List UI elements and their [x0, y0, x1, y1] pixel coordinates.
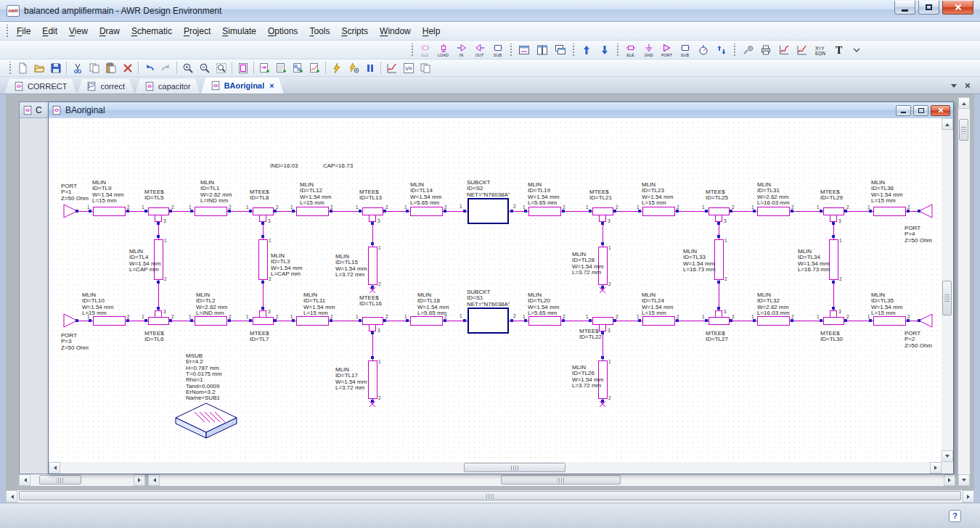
measurements-button[interactable]: [383, 60, 400, 75]
copy-page-button[interactable]: [417, 60, 433, 75]
tee-TL5[interactable]: 123MTEE$ID=TL5: [142, 189, 174, 225]
mlin-h-TL10[interactable]: 12MLINID=TL10W=1.54 mmL=15 mm: [82, 292, 130, 325]
tee-TL7[interactable]: 123MTEE$ID=TL7: [246, 307, 279, 342]
help-button[interactable]: ?: [949, 510, 961, 522]
zoom-in-button[interactable]: [179, 60, 196, 75]
insert-element-button[interactable]: ELE: [621, 41, 640, 59]
mlin-v-TL26[interactable]: 12MLINID=TL26W=1.54 mmL=3.72 mm: [572, 356, 611, 403]
scroll-thumb[interactable]: [464, 463, 565, 472]
menu-simulate[interactable]: Simulate: [216, 23, 262, 39]
document-horizontal-scrollbar[interactable]: [6, 490, 974, 503]
tab-correct[interactable]: correct: [77, 79, 134, 94]
child-minimize-button[interactable]: [896, 105, 911, 116]
tee-TL30[interactable]: 123MTEE$ID=TL30: [817, 307, 849, 342]
add-system-diagram-button[interactable]: [290, 60, 306, 75]
mlin-h-TL11[interactable]: 12MLINID=TL11W=1.54 mmL=15 mm: [290, 292, 335, 325]
tab-capacitor[interactable]: capacitor: [135, 79, 200, 94]
undo-button[interactable]: [141, 60, 158, 75]
toolbar-grip[interactable]: [410, 44, 414, 57]
scroll-left-button[interactable]: [19, 474, 30, 486]
mlin-h-TL36[interactable]: 12MLINID=TL36W=1.54 mmL=15 mm: [867, 179, 910, 215]
menu-schematic[interactable]: Schematic: [126, 23, 178, 39]
close-button[interactable]: [942, 1, 973, 15]
mlin-h-TL35[interactable]: 12MLINID=TL35W=1.54 mmL=15 mm: [867, 292, 910, 325]
tee-TL21[interactable]: 123MTEE$ID=TL21: [586, 189, 618, 225]
mlin-h-TL20[interactable]: 12MLINID=TL20W=1.54 mmL=5.65 mm: [523, 292, 565, 325]
view-page-button[interactable]: [234, 60, 251, 75]
menu-view[interactable]: View: [63, 23, 94, 39]
redo-button[interactable]: [158, 60, 174, 75]
close-document-button[interactable]: [962, 80, 973, 91]
open-project-button[interactable]: [30, 60, 47, 75]
add-graph-button[interactable]: [306, 60, 323, 75]
menu-draw[interactable]: Draw: [94, 23, 126, 39]
save-project-button[interactable]: [47, 60, 64, 75]
minimize-button[interactable]: [894, 1, 915, 15]
input-port-button[interactable]: IN: [452, 41, 470, 59]
cascade-windows-button[interactable]: [551, 41, 569, 59]
mlin-h-TL14[interactable]: 12MLINID=TL14W=1.54 mmL=5.65 mm: [404, 181, 447, 215]
new-project-button[interactable]: [14, 60, 30, 75]
scroll-thumb[interactable]: [942, 281, 952, 315]
tile-windows-button[interactable]: [533, 41, 551, 59]
tune-tool-button[interactable]: [738, 41, 756, 59]
toolbar-grip[interactable]: [732, 44, 736, 57]
output-window-button[interactable]: V≡: [400, 60, 417, 75]
text-tool-button[interactable]: T: [829, 41, 847, 59]
close-tab-button[interactable]: ×: [269, 81, 274, 90]
scroll-down-button[interactable]: [942, 450, 953, 462]
scroll-right-button[interactable]: [963, 490, 974, 503]
mlin-h-TL31[interactable]: 12MLINID=TL31W=2.62 mmL=16.03 mm: [751, 181, 794, 215]
scroll-left-button[interactable]: [49, 462, 60, 474]
mlin-h-TL1[interactable]: 12MLINID=TL1W=2.62 mmL=IND mm: [189, 179, 232, 215]
tee-TL25[interactable]: 123MTEE$ID=TL25: [702, 189, 735, 225]
output-equations-button[interactable]: X=YEQN: [811, 41, 829, 59]
insert-ground-button[interactable]: GND: [640, 41, 658, 59]
schematic-canvas-area[interactable]: PORTP=1Z=50 OhmPORTP=3Z=50 OhmPORTP=4Z=5…: [49, 118, 942, 462]
element-port-button[interactable]: ELE: [416, 41, 434, 59]
menu-edit[interactable]: Edit: [36, 23, 63, 39]
background-window-scrollbar[interactable]: [19, 474, 145, 486]
scroll-thumb[interactable]: [39, 475, 81, 484]
mlin-v-TL28[interactable]: 12MLINID=TL28W=1.54 mmL=3.72 mm: [572, 242, 611, 289]
mlin-h-TL2[interactable]: 12MLINID=TL2W=2.62 mmL=IND mm: [189, 292, 232, 325]
copy-button[interactable]: [86, 60, 102, 75]
menu-tools[interactable]: Tools: [303, 23, 335, 39]
tee-TL6[interactable]: 123MTEE$ID=TL6: [142, 307, 174, 342]
zoom-fit-button[interactable]: [213, 60, 229, 75]
workspace-horizontal-scrollbar[interactable]: [148, 474, 955, 486]
menu-file[interactable]: File: [11, 23, 36, 39]
tee-TL16[interactable]: 123MTEE$ID=TL16: [356, 294, 388, 334]
menu-options[interactable]: Options: [262, 23, 303, 39]
add-netlist-button[interactable]: [273, 60, 290, 75]
tee-TL22[interactable]: 123MTEE$ID=TL22: [579, 314, 618, 340]
subcircuit-port-button[interactable]: SUB: [489, 41, 507, 59]
menubar-grip[interactable]: [5, 25, 9, 38]
menu-window[interactable]: Window: [374, 23, 417, 39]
mlin-h-TL23[interactable]: 12MLINID=TL23W=1.54 mmL=15 mm: [637, 181, 679, 215]
tab-list-button[interactable]: [948, 80, 959, 91]
menu-project[interactable]: Project: [178, 23, 216, 39]
mlin-v-TL33[interactable]: 12MLINID=TL33W=1.54 mmL=16.73 mm: [683, 235, 727, 284]
analyze-button[interactable]: [328, 60, 345, 75]
toolbar-grip[interactable]: [509, 44, 513, 57]
tab-BAoriginal[interactable]: BAoriginal×: [201, 78, 284, 94]
mlin-h-TL12[interactable]: 12MLINID=TL12W=1.54 mmL=15 mm: [290, 181, 333, 215]
move-down-button[interactable]: [595, 41, 613, 59]
mlin-v-TL15[interactable]: 12MLINID=TL15W=1.54 mmL=3.72 mm: [335, 242, 381, 289]
swap-orientation-button[interactable]: [712, 41, 730, 59]
add-schematic-button[interactable]: [256, 60, 273, 75]
scroll-left-button[interactable]: [148, 474, 160, 486]
tee-TL29[interactable]: 123MTEE$ID=TL29: [817, 189, 849, 225]
new-schematic-window-button[interactable]: [515, 41, 533, 59]
scroll-right-button[interactable]: [930, 462, 942, 474]
child-restore-button[interactable]: [913, 105, 928, 116]
tee-TL27[interactable]: 123MTEE$ID=TL27: [702, 307, 735, 342]
schematic-horizontal-scrollbar[interactable]: [49, 462, 942, 474]
load-port-button[interactable]: LOAD: [434, 41, 452, 59]
mlin-v-TL17[interactable]: 12MLINID=TL17W=1.54 mmL=3.72 mm: [335, 356, 381, 403]
insert-meter-button[interactable]: [694, 41, 712, 59]
pause-simulation-button[interactable]: [362, 60, 378, 75]
mlin-h-TL18[interactable]: 12MLINID=TL18W=1.54 mmL=5.65 mm: [404, 292, 449, 325]
maximize-button[interactable]: [918, 1, 939, 15]
